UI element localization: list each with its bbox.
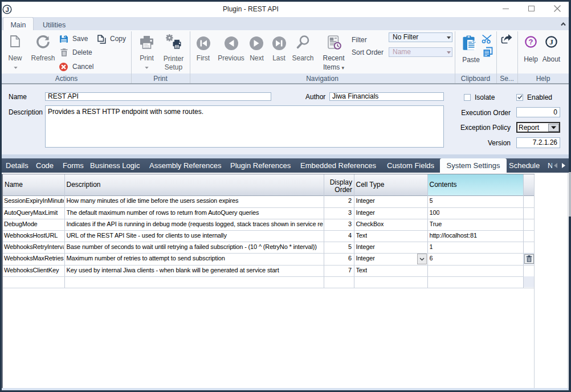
svg-text:J: J [549, 38, 553, 46]
svg-text:J: J [5, 6, 9, 13]
svg-text:?: ? [529, 38, 533, 46]
